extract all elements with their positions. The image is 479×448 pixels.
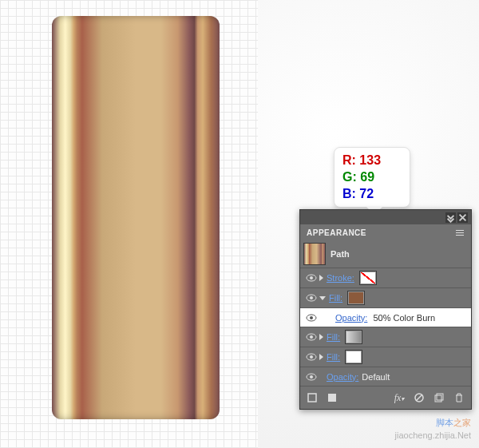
watermark: 脚本之家 jiaocheng.zhijia.Net	[395, 417, 471, 442]
visibility-toggle-icon[interactable]	[306, 294, 317, 302]
opacity-link[interactable]: Opacity:	[335, 313, 367, 323]
svg-point-5	[310, 316, 313, 319]
svg-rect-12	[308, 394, 316, 402]
visibility-toggle-icon[interactable]	[306, 333, 317, 341]
artwork-rectangle[interactable]	[52, 16, 220, 419]
fill-swatch[interactable]	[347, 291, 365, 305]
fill-link[interactable]: Fill:	[327, 332, 340, 342]
fill-link[interactable]: Fill:	[329, 293, 342, 303]
panel-body: Path Stroke: Fill:	[300, 240, 471, 387]
tooltip-r: R: 133	[342, 153, 402, 169]
panel-footer: fx▾	[300, 387, 471, 409]
duplicate-icon[interactable]	[430, 390, 448, 406]
expand-toggle-icon[interactable]	[319, 296, 326, 300]
fill-link[interactable]: Fill:	[327, 352, 340, 362]
clear-appearance-icon[interactable]	[410, 390, 428, 406]
svg-rect-15	[435, 395, 441, 402]
opacity-link[interactable]: Opacity:	[327, 372, 358, 382]
fx-icon[interactable]: fx▾	[390, 390, 408, 406]
path-header-row[interactable]: Path	[300, 240, 471, 268]
expand-toggle-icon[interactable]	[319, 334, 323, 340]
opacity-value: 50% Color Burn	[373, 313, 435, 323]
panel-header: APPEARANCE	[300, 224, 471, 240]
svg-point-11	[310, 375, 313, 379]
delete-icon[interactable]	[450, 390, 468, 406]
opacity-row[interactable]: Opacity: Default	[300, 367, 471, 387]
stroke-row[interactable]: Stroke:	[300, 268, 471, 288]
path-thumbnail	[303, 243, 326, 265]
fill-row-2[interactable]: Fill:	[300, 327, 471, 347]
fill-swatch[interactable]	[345, 330, 362, 344]
new-fill-icon[interactable]	[323, 390, 341, 406]
new-stroke-icon[interactable]	[303, 390, 321, 406]
tooltip-b: B: 72	[342, 186, 402, 203]
svg-point-1	[310, 276, 313, 280]
stroke-link[interactable]: Stroke:	[327, 273, 354, 283]
visibility-toggle-icon[interactable]	[306, 314, 317, 322]
svg-point-7	[310, 335, 313, 339]
appearance-panel: APPEARANCE Path Stroke:	[299, 209, 472, 410]
visibility-toggle-icon[interactable]	[306, 373, 317, 381]
panel-menu-icon[interactable]	[453, 227, 468, 238]
opacity-value: Default	[362, 372, 390, 382]
canvas-grid[interactable]	[0, 0, 258, 448]
expand-toggle-icon[interactable]	[319, 275, 323, 281]
collapse-icon[interactable]	[445, 212, 456, 223]
svg-rect-13	[328, 394, 336, 402]
svg-point-9	[310, 355, 313, 359]
panel-tab-bar	[300, 210, 471, 224]
svg-point-3	[310, 296, 313, 299]
close-icon[interactable]	[457, 212, 468, 223]
tooltip-g: G: 69	[342, 169, 402, 186]
visibility-toggle-icon[interactable]	[306, 353, 317, 361]
color-tooltip: R: 133 G: 69 B: 72	[334, 147, 410, 208]
opacity-sub-row[interactable]: Opacity: 50% Color Burn	[300, 308, 471, 327]
expand-toggle-icon[interactable]	[319, 354, 323, 360]
panel-title[interactable]: APPEARANCE	[300, 225, 373, 240]
path-label: Path	[331, 249, 350, 259]
fill-swatch[interactable]	[345, 350, 362, 364]
svg-rect-16	[437, 394, 443, 400]
fill-row-1[interactable]: Fill:	[300, 288, 471, 308]
fill-row-3[interactable]: Fill:	[300, 347, 471, 367]
stroke-swatch[interactable]	[359, 271, 377, 285]
visibility-toggle-icon[interactable]	[306, 274, 317, 282]
